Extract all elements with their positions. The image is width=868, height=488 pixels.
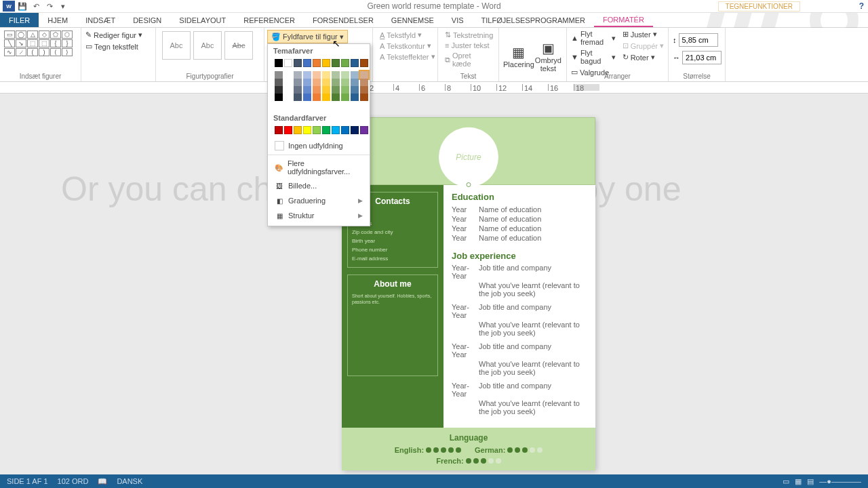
resume-header-shape[interactable]: Picture — [342, 117, 595, 185]
no-fill-item[interactable]: Ingen udfyldning — [268, 138, 370, 153]
color-swatch[interactable] — [351, 94, 359, 101]
view-read-icon[interactable]: ▭ — [783, 477, 789, 486]
tab-format[interactable]: FORMATÉR — [594, 13, 653, 27]
color-swatch[interactable] — [275, 94, 283, 101]
align-button[interactable]: ⊞Juster▾ — [623, 29, 664, 39]
color-swatch[interactable] — [322, 71, 330, 79]
view-print-icon[interactable]: ▦ — [795, 477, 802, 486]
more-fill-colors-item[interactable]: 🎨Flere udfyldningsfarver... — [268, 157, 370, 178]
group-button[interactable]: ⊡Gruppér▾ — [623, 41, 664, 51]
color-swatch[interactable] — [351, 101, 359, 108]
color-swatch[interactable] — [294, 71, 302, 79]
color-swatch[interactable] — [313, 79, 321, 86]
shape-fill-button[interactable]: 🪣Fyldfarve til figur▾ — [267, 30, 348, 43]
color-swatch[interactable] — [275, 79, 283, 86]
qat-customize-icon[interactable]: ▾ — [57, 1, 69, 12]
color-swatch[interactable] — [341, 86, 349, 94]
align-text-button[interactable]: ≡Juster tekst — [445, 41, 492, 49]
color-swatch[interactable] — [332, 71, 340, 79]
shape-height-input[interactable] — [679, 33, 718, 47]
standard-color-row[interactable] — [268, 125, 370, 138]
status-words[interactable]: 102 ORD — [58, 477, 89, 485]
tab-review[interactable]: GENNEMSE — [382, 13, 443, 27]
color-swatch[interactable] — [284, 59, 292, 67]
shape-style-gallery[interactable]: Abc Abc Abc — [160, 29, 260, 62]
redo-icon[interactable]: ↷ — [43, 1, 56, 12]
color-swatch[interactable] — [284, 94, 292, 101]
help-icon[interactable]: ? — [859, 1, 864, 11]
texture-fill-item[interactable]: ▦Struktur▶ — [268, 208, 370, 223]
color-swatch[interactable] — [322, 59, 330, 67]
color-swatch[interactable] — [360, 79, 368, 86]
tab-design[interactable]: DESIGN — [124, 13, 170, 27]
color-swatch[interactable] — [332, 79, 340, 86]
selection-handle[interactable] — [467, 182, 471, 187]
color-swatch[interactable] — [332, 59, 340, 67]
word-icon[interactable]: W — [3, 1, 15, 12]
text-direction-button[interactable]: ⇅Tekstretning — [445, 30, 492, 39]
color-swatch[interactable] — [332, 126, 340, 134]
theme-color-row[interactable] — [268, 58, 370, 71]
color-swatch[interactable] — [360, 59, 368, 67]
color-swatch[interactable] — [294, 94, 302, 101]
rotate-button[interactable]: ↻Roter▾ — [623, 52, 664, 62]
zoom-slider[interactable]: —●———— — [819, 477, 861, 486]
picture-placeholder[interactable]: Picture — [439, 127, 498, 187]
color-swatch[interactable] — [341, 79, 349, 86]
color-swatch[interactable] — [303, 86, 311, 94]
picture-fill-item[interactable]: 🖼Billede... — [268, 178, 370, 193]
position-button[interactable]: ▦Placering — [503, 29, 534, 80]
edit-shape-button[interactable]: ✎Rediger figur▾ — [85, 29, 151, 41]
color-swatch[interactable] — [275, 59, 283, 67]
color-swatch[interactable] — [284, 79, 292, 86]
send-backward-button[interactable]: ▼Flyt bagud▾ — [571, 48, 616, 66]
color-swatch[interactable] — [303, 94, 311, 101]
draw-textbox-button[interactable]: ▭Tegn tekstfelt — [85, 41, 151, 52]
tab-references[interactable]: REFERENCER — [235, 13, 304, 27]
color-swatch[interactable] — [284, 86, 292, 94]
document-area[interactable]: Or you can change the colors one by one … — [0, 94, 868, 474]
view-web-icon[interactable]: ▤ — [807, 477, 814, 486]
color-swatch[interactable] — [294, 86, 302, 94]
color-swatch[interactable] — [313, 59, 321, 67]
color-swatch[interactable] — [351, 71, 359, 79]
color-swatch[interactable] — [313, 126, 321, 134]
color-swatch[interactable] — [360, 86, 368, 94]
color-swatch[interactable] — [294, 126, 302, 134]
color-swatch[interactable] — [341, 71, 349, 79]
color-swatch[interactable] — [351, 86, 359, 94]
status-proofing-icon[interactable]: 📖 — [98, 477, 107, 486]
shapes-gallery[interactable]: ▭◯△◇⬠⬡ ╲↘⬚⬚{} ∿⟋()⟨⟩ — [4, 29, 77, 56]
color-swatch[interactable] — [294, 101, 302, 108]
tab-layout[interactable]: SIDELAYOUT — [170, 13, 235, 27]
color-swatch[interactable] — [313, 101, 321, 108]
wrap-text-button[interactable]: ▣Ombryd tekst — [534, 29, 562, 80]
shape-width-input[interactable] — [682, 51, 722, 64]
color-swatch[interactable] — [275, 126, 283, 134]
color-swatch[interactable] — [351, 126, 359, 134]
color-swatch[interactable] — [303, 59, 311, 67]
bring-forward-button[interactable]: ▲Flyt fremad▾ — [571, 29, 616, 47]
color-swatch[interactable] — [322, 94, 330, 101]
color-swatch[interactable] — [360, 101, 368, 108]
color-swatch[interactable] — [322, 101, 330, 108]
color-swatch[interactable] — [341, 94, 349, 101]
color-swatch[interactable] — [341, 101, 349, 108]
color-swatch[interactable] — [275, 86, 283, 94]
color-swatch[interactable] — [303, 71, 311, 79]
tab-mailings[interactable]: FORSENDELSER — [304, 13, 382, 27]
color-swatch[interactable] — [360, 71, 368, 79]
color-swatch[interactable] — [313, 86, 321, 94]
tab-insert[interactable]: INDSÆT — [77, 13, 124, 27]
color-swatch[interactable] — [275, 101, 283, 108]
color-swatch[interactable] — [284, 101, 292, 108]
tab-file[interactable]: FILER — [0, 13, 39, 27]
color-swatch[interactable] — [322, 79, 330, 86]
document-page[interactable]: Picture Contacts NameAddressZip code and… — [342, 117, 595, 470]
color-swatch[interactable] — [360, 126, 368, 134]
about-box[interactable]: About me Short about yourself. Hobbies, … — [347, 274, 438, 376]
color-swatch[interactable] — [360, 94, 368, 101]
gradient-fill-item[interactable]: ◧Graduering▶ — [268, 193, 370, 208]
tab-view[interactable]: VIS — [443, 13, 473, 27]
color-swatch[interactable] — [284, 126, 292, 134]
